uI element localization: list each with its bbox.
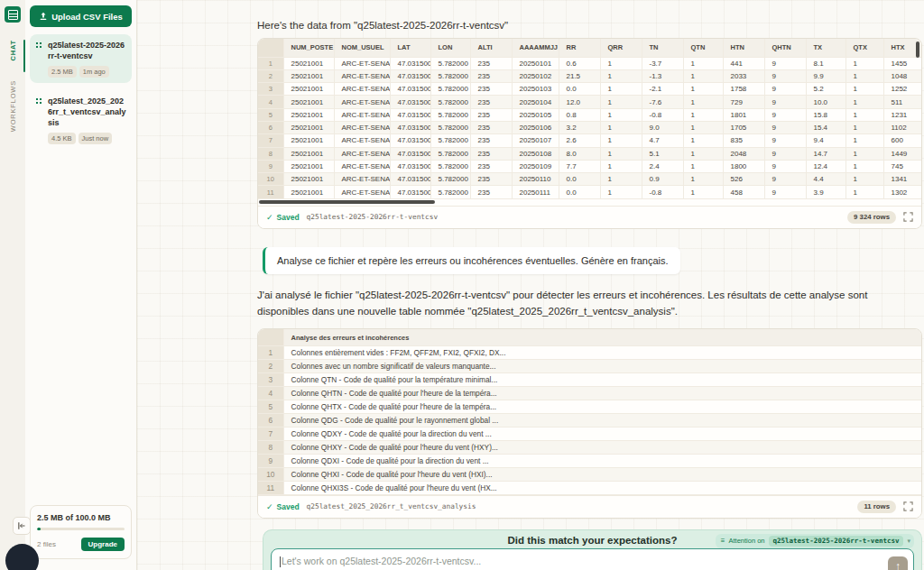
storage-usage-card: 2.5 MB of 100.0 MB 2 files Upgrade	[30, 505, 132, 559]
send-button[interactable]: ↑	[888, 556, 908, 570]
data-table-2-body: 1Colonnes entièrement vides : FF2M, QFF2…	[258, 345, 921, 494]
rows-count-badge: 11 rows	[857, 501, 896, 513]
horizontal-scrollbar-thumb[interactable]	[259, 200, 435, 204]
drag-handle-icon[interactable]	[35, 41, 43, 50]
check-icon: ✓	[266, 502, 273, 511]
data-table-2: Analyse des erreurs et incohérences 1Col…	[258, 329, 921, 495]
file-sidebar: Upload CSV Files q25latest-2025-2026rr-t…	[25, 0, 137, 570]
usage-progress-bar	[37, 528, 125, 530]
column-header: LAT	[390, 39, 430, 57]
file-time-badge: 1m ago	[79, 66, 109, 78]
attention-file-chip[interactable]: q25latest-2025-2026rr-t-ventcsv	[769, 536, 904, 547]
saved-table-name: q25latest-2025-2026rr-t-ventcsv	[307, 213, 439, 221]
table-row: 4Colonne QHTN - Code de qualité pour l'h…	[258, 386, 921, 400]
table-row: 825021001ARC-ET-SENANS47.0315005.7820002…	[258, 147, 921, 160]
saved-status: Saved	[277, 502, 300, 511]
app-logo[interactable]	[5, 6, 21, 23]
file-badges: 2.5 MB 1m ago	[48, 66, 126, 78]
file-card-ventcsv[interactable]: q25latest-2025-2026rr-t-ventcsv 2.5 MB 1…	[30, 34, 132, 83]
upgrade-button[interactable]: Upgrade	[81, 538, 125, 551]
table-row: 325021001ARC-ET-SENANS47.0315005.7820002…	[258, 83, 921, 96]
table-row: 1Colonnes entièrement vides : FF2M, QFF2…	[258, 345, 921, 359]
data-table-card-2: Analyse des erreurs et incohérences 1Col…	[257, 328, 922, 519]
chevron-down-icon[interactable]: ▾	[907, 538, 910, 545]
column-header: HTN	[723, 39, 764, 57]
expand-icon	[903, 501, 913, 511]
column-header: TX	[806, 39, 845, 57]
column-header: RR	[559, 39, 600, 57]
table-row: 2Colonnes avec un nombre significatif de…	[258, 359, 921, 372]
upload-csv-button[interactable]: Upload CSV Files	[30, 5, 132, 27]
usage-progress-fill	[37, 528, 41, 530]
table-footer: ✓ Saved q25latest-2025-2026rr-t-ventcsv …	[258, 206, 921, 228]
file-card-analysis[interactable]: q25latest_2025_2026rr_t_ventcsv_analysis…	[30, 90, 132, 150]
table-row: 925021001ARC-ET-SENANS47.0315005.7820002…	[258, 160, 921, 172]
icon-rail: CHAT WORKFLOWS	[0, 0, 25, 570]
rows-count-badge: 9 324 rows	[847, 211, 896, 224]
column-header: NOM_USUEL	[334, 39, 390, 57]
attention-chip[interactable]: ≡ Attention on q25latest-2025-2026rr-t-v…	[716, 534, 914, 548]
table-row: 525021001ARC-ET-SENANS47.0315005.7820002…	[258, 108, 921, 121]
attention-label: Attention on	[728, 537, 764, 545]
table-row: 7Colonne QDXY - Code de qualité pour la …	[258, 427, 921, 440]
column-header: TN	[642, 39, 683, 57]
table-row: 5Colonne QHTX - Code de qualité pour l'h…	[258, 400, 921, 413]
arrow-up-icon: ↑	[895, 561, 901, 570]
user-avatar[interactable]	[5, 544, 39, 570]
chat-content: Here's the data from "q25latest-2025-202…	[257, 0, 922, 570]
tab-workflows[interactable]: WORKFLOWS	[9, 80, 17, 132]
column-header: QTN	[683, 39, 723, 57]
table-viewport: NUM_POSTENOM_USUELLATLONALTIAAAAMMJJRRQR…	[258, 39, 921, 199]
expand-table-button[interactable]	[903, 212, 913, 222]
file-size-badge: 4.5 KB	[48, 133, 76, 144]
file-info: q25latest-2025-2026rr-t-ventcsv 2.5 MB 1…	[48, 41, 126, 78]
tab-chat[interactable]: CHAT	[9, 40, 17, 60]
user-message-bubble: Analyse ce fichier et repère les erreurs…	[263, 247, 680, 274]
table-footer: ✓ Saved q25latest_2025_2026rr_t_ventcsv_…	[258, 495, 921, 518]
column-header: QRR	[600, 39, 642, 57]
table-row: 225021001ARC-ET-SENANS47.0315005.7820002…	[258, 69, 921, 82]
file-badges: 4.5 KB Just now	[48, 133, 126, 144]
text-caret	[280, 556, 281, 567]
expand-icon	[903, 212, 913, 222]
data-table-1-body: 125021001ARC-ET-SENANS47.0315005.7820002…	[258, 57, 921, 198]
vertical-scrollbar[interactable]	[916, 40, 920, 198]
data-table-card-1: NUM_POSTENOM_USUELLATLONALTIAAAAMMJJRRQR…	[257, 38, 922, 229]
composer-panel: Did this match your expectations? ≡ Atte…	[263, 529, 922, 570]
column-header: LON	[430, 39, 470, 57]
table-row: 8Colonne QHXY - Code de qualité pour l'h…	[258, 440, 921, 454]
main-area: Here's the data from "q25latest-2025-202…	[137, 0, 924, 570]
table-row: 625021001ARC-ET-SENANS47.0315005.7820002…	[258, 121, 921, 133]
drag-handle-icon[interactable]	[35, 97, 43, 106]
table-row: 11Colonne QHXI3S - Code de qualité pour …	[258, 481, 921, 494]
table-header-row: Analyse des erreurs et incohérences	[258, 329, 921, 345]
app-container: CHAT WORKFLOWS Upload CSV Files q25lates…	[0, 0, 924, 570]
column-header: Analyse des erreurs et incohérences	[283, 329, 921, 345]
upload-icon	[39, 12, 48, 21]
table-row: 425021001ARC-ET-SENANS47.0315005.7820002…	[258, 96, 921, 108]
assistant-intro-text: Here's the data from "q25latest-2025-202…	[257, 20, 922, 31]
vertical-scrollbar-thumb[interactable]	[916, 41, 919, 58]
column-header: ALTI	[470, 39, 512, 57]
check-icon: ✓	[266, 213, 273, 222]
table-row: 9Colonne QDXI - Code de qualité pour la …	[258, 454, 921, 467]
usage-label: 2.5 MB of 100.0 MB	[37, 513, 125, 522]
table-viewport: Analyse des erreurs et incohérences 1Col…	[258, 329, 921, 495]
column-header: AAAAMMJJ	[512, 39, 559, 57]
upload-button-label: Upload CSV Files	[51, 12, 123, 22]
file-size-badge: 2.5 MB	[48, 66, 77, 78]
expand-table-button[interactable]	[903, 501, 913, 511]
rail-tabs: CHAT WORKFLOWS	[0, 40, 25, 133]
table-row: 3Colonne QTN - Code de qualité pour la t…	[258, 372, 921, 386]
table-header-row: NUM_POSTENOM_USUELLATLONALTIAAAAMMJJRRQR…	[258, 39, 921, 57]
horizontal-scrollbar[interactable]	[258, 199, 921, 206]
saved-table-name: q25latest_2025_2026rr_t_ventcsv_analysis	[307, 502, 476, 510]
collapse-left-icon	[17, 521, 26, 530]
file-time-badge: Just now	[79, 133, 113, 144]
message-input[interactable]	[272, 549, 913, 570]
table-row: 6Colonne QDG - Code de qualité pour le r…	[258, 413, 921, 427]
files-count: 2 files	[37, 540, 56, 548]
collapse-sidebar-button[interactable]	[13, 517, 31, 535]
table-row: 1125021001ARC-ET-SENANS47.0315005.782000…	[258, 186, 921, 198]
file-name: q25latest_2025_2026rr_t_ventcsv_analysis	[48, 97, 126, 128]
